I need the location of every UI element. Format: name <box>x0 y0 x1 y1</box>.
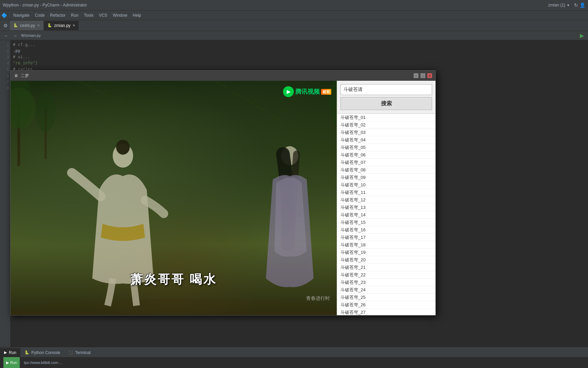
svg-line-10 <box>215 81 283 122</box>
episode-item-24[interactable]: 斗破苍穹_24 <box>337 286 435 294</box>
profile-icon[interactable]: 👤 <box>579 2 585 8</box>
forward-btn[interactable]: → <box>11 32 19 39</box>
episode-item-25[interactable]: 斗破苍穹_25 <box>337 294 435 301</box>
app-window-titlebar: 🖥 二梦 ─ □ ✕ <box>11 71 435 81</box>
menu-vcs[interactable]: VCS <box>96 11 110 20</box>
episode-item-12[interactable]: 斗破苍穹_12 <box>337 196 435 204</box>
app-window: 🖥 二梦 ─ □ ✕ <box>10 70 436 316</box>
youth-text: 青春进行时 <box>306 295 330 301</box>
episode-list[interactable]: 斗破苍穹_01斗破苍穹_02斗破苍穹_03斗破苍穹_04斗破苍穹_05斗破苍穹_… <box>337 113 435 315</box>
watermark-youth: 青春进行时 <box>306 295 330 302</box>
episode-item-10[interactable]: 斗破苍穹_10 <box>337 181 435 189</box>
tab-zmian-label: zmian.py <box>54 23 70 28</box>
episode-item-14[interactable]: 斗破苍穹_14 <box>337 211 435 219</box>
status-text: tps://www.bilibili.com ... <box>24 361 62 365</box>
status-run-icon: ▶ <box>6 361 9 365</box>
search-input[interactable] <box>340 84 432 95</box>
back-btn[interactable]: ← <box>2 32 10 39</box>
tab-ceshi-label: ceshi.py <box>20 23 35 28</box>
episode-item-21[interactable]: 斗破苍穹_21 <box>337 264 435 271</box>
menu-bar: 🔷 Navigate Code Refactor Run Tools VCS W… <box>0 10 588 20</box>
bottom-status: ▶ Run tps://www.bilibili.com ... <box>0 357 588 368</box>
episode-item-15[interactable]: 斗破苍穹_15 <box>337 219 435 226</box>
app-window-title-left: 🖥 二梦 <box>14 73 29 79</box>
episode-item-16[interactable]: 斗破苍穹_16 <box>337 226 435 234</box>
user-info: zmian (1) <box>548 3 565 7</box>
breadcrumb-path: W/zmian.py <box>21 33 41 37</box>
top-right-controls: zmian (1) ▼ ↻ 👤 <box>548 0 588 10</box>
minimize-btn[interactable]: ─ <box>414 73 418 78</box>
svg-line-8 <box>79 81 147 115</box>
menu-code[interactable]: Code <box>32 11 47 20</box>
episode-item-22[interactable]: 斗破苍穹_22 <box>337 271 435 279</box>
tab-ceshi-close[interactable]: ✕ <box>37 24 40 27</box>
title-bar-text: Wpython - zmian.py - PyCharm - Administr… <box>3 3 87 7</box>
tab-python-console[interactable]: 🐍 Python Console <box>20 348 64 357</box>
python-console-icon: 🐍 <box>25 350 29 355</box>
tab-run[interactable]: ▶ Run <box>0 348 20 357</box>
code-line-1: # cf.g... <box>13 42 585 48</box>
menu-tools[interactable]: Tools <box>81 11 96 20</box>
svg-point-5 <box>11 299 337 315</box>
code-line-4: "re_info"] <box>13 60 585 66</box>
sync-icon[interactable]: ↻ <box>574 2 578 8</box>
tab-terminal-label: Terminal <box>75 350 91 355</box>
bottom-bar: ▶ Run 🐍 Python Console ⬛ Terminal ▶ Run … <box>0 348 588 368</box>
line-numbers: 12345 678 <box>0 40 10 347</box>
search-box-area: 搜索 <box>337 81 435 113</box>
tab-terminal[interactable]: ⬛ Terminal <box>64 348 95 357</box>
episode-item-7[interactable]: 斗破苍穹_07 <box>337 159 435 166</box>
menu-window[interactable]: Window <box>110 11 130 20</box>
tab-zmian[interactable]: 🐍 zmian.py ✕ <box>44 21 79 30</box>
status-run-label: Run <box>10 361 17 365</box>
episode-item-27[interactable]: 斗破苍穹_27 <box>337 309 435 315</box>
menu-help[interactable]: Help <box>130 11 144 20</box>
tab-run-label: Run <box>9 350 16 355</box>
terminal-icon: ⬛ <box>68 350 73 355</box>
menu-navigate[interactable]: Navigate <box>11 11 32 20</box>
episode-item-4[interactable]: 斗破苍穹_04 <box>337 136 435 144</box>
video-placeholder: ▶ 腾讯视频 超前 青春进行时 萧炎哥哥 喝水 <box>11 81 337 315</box>
tab-ceshi-icon: 🐍 <box>13 23 18 28</box>
settings-icon[interactable]: ⚙ <box>1 23 10 28</box>
code-line-2: .py <box>13 48 585 54</box>
episode-item-5[interactable]: 斗破苍穹_05 <box>337 144 435 151</box>
toolbar-strip: ← → W/zmian.py ▶ <box>0 31 588 40</box>
search-button[interactable]: 搜索 <box>340 97 432 110</box>
tab-ceshi[interactable]: 🐍 ceshi.py ✕ <box>10 21 43 30</box>
episode-item-19[interactable]: 斗破苍穹_19 <box>337 249 435 256</box>
code-line-3: # ui... <box>13 54 585 60</box>
maximize-btn[interactable]: □ <box>420 73 425 78</box>
episode-item-11[interactable]: 斗破苍穹_11 <box>337 189 435 196</box>
app-window-icon: 🖥 <box>14 73 18 78</box>
episode-item-3[interactable]: 斗破苍穹_03 <box>337 129 435 136</box>
status-run-indicator: ▶ Run <box>3 357 20 368</box>
episode-item-18[interactable]: 斗破苍穹_18 <box>337 241 435 249</box>
episode-item-20[interactable]: 斗破苍穹_20 <box>337 256 435 264</box>
episode-item-13[interactable]: 斗破苍穹_13 <box>337 204 435 211</box>
subtitle: 萧炎哥哥 喝水 <box>130 271 217 288</box>
tencent-logo: ▶ <box>283 86 294 97</box>
episode-item-9[interactable]: 斗破苍穹_09 <box>337 174 435 181</box>
menu-run[interactable]: Run <box>68 11 81 20</box>
tab-zmian-close[interactable]: ✕ <box>73 24 75 27</box>
tab-zmian-icon: 🐍 <box>47 23 52 28</box>
app-icon: 🔷 <box>1 13 7 18</box>
run-file-btn[interactable]: ▶ <box>578 32 586 39</box>
dropdown-icon[interactable]: ▼ <box>567 3 570 7</box>
video-area[interactable]: ▶ 腾讯视频 超前 青春进行时 萧炎哥哥 喝水 <box>11 81 337 315</box>
tab-python-console-label: Python Console <box>31 350 60 355</box>
episode-item-23[interactable]: 斗破苍穹_23 <box>337 279 435 286</box>
menu-refactor[interactable]: Refactor <box>47 11 68 20</box>
episode-item-8[interactable]: 斗破苍穹_08 <box>337 166 435 174</box>
right-panel: 搜索 斗破苍穹_01斗破苍穹_02斗破苍穹_03斗破苍穹_04斗破苍穹_05斗破… <box>337 81 435 315</box>
episode-item-6[interactable]: 斗破苍穹_06 <box>337 151 435 159</box>
episode-item-17[interactable]: 斗破苍穹_17 <box>337 234 435 241</box>
svg-point-12 <box>116 140 130 155</box>
svg-point-4 <box>35 91 56 132</box>
close-btn[interactable]: ✕ <box>427 73 432 78</box>
episode-item-1[interactable]: 斗破苍穹_01 <box>337 114 435 121</box>
app-window-content: ▶ 腾讯视频 超前 青春进行时 萧炎哥哥 喝水 搜索 <box>11 81 435 315</box>
episode-item-26[interactable]: 斗破苍穹_26 <box>337 301 435 309</box>
episode-item-2[interactable]: 斗破苍穹_02 <box>337 121 435 129</box>
